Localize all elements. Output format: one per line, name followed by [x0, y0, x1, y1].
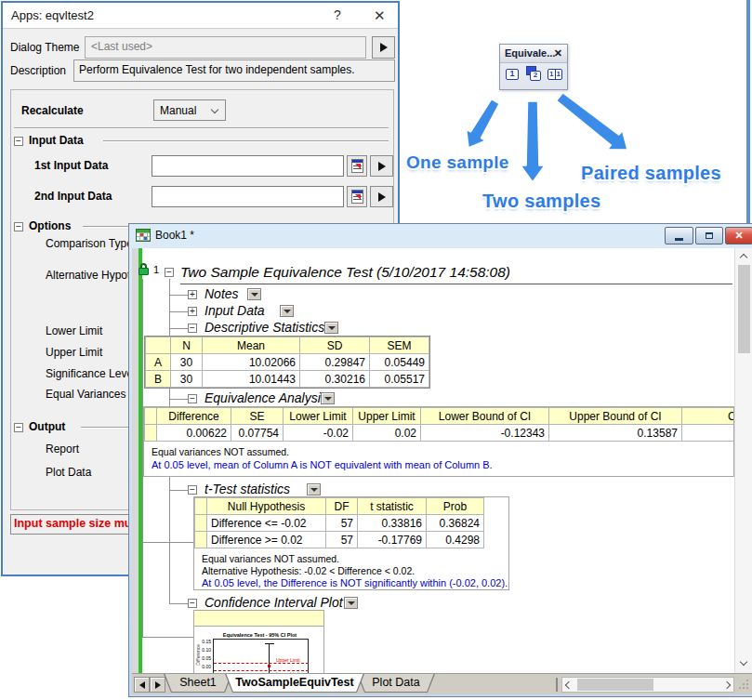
dialog-theme-flyout-button[interactable] [372, 36, 395, 59]
input-data-expand-icon[interactable]: + [188, 307, 197, 316]
input-data-dropdown-button[interactable] [280, 305, 294, 317]
horizontal-scroll-thumb[interactable] [577, 679, 653, 691]
options-collapse-icon[interactable]: − [14, 222, 23, 231]
equiv-conclusion: At 0.05 level, mean of Column A is NOT e… [152, 459, 493, 470]
vertical-scroll-thumb[interactable] [738, 265, 750, 353]
arrow-to-two-samples [521, 101, 545, 182]
notes-expand-icon[interactable]: + [188, 290, 197, 299]
two-samples-button[interactable]: 2 [526, 66, 543, 82]
ttest-note1: Equal variances NOT assumed. [202, 553, 339, 564]
first-input-label: 1st Input Data [34, 159, 108, 172]
table-row: B 30 10.01443 0.30216 0.05517 [146, 371, 429, 388]
one-sample-button[interactable]: 1 [506, 69, 519, 80]
tab-two-sample-equiv-test[interactable]: TwoSampleEquivTest [225, 674, 364, 693]
scroll-left-icon[interactable] [565, 681, 573, 689]
equiv-analysis-block: Difference SE Lower Limit Upper Limit Lo… [143, 406, 734, 477]
table-row: Difference >= 0.02 57 -0.17769 0.4298 [195, 532, 484, 548]
help-icon[interactable]: ? [334, 7, 341, 22]
workbook-icon [136, 229, 151, 242]
scroll-right-icon[interactable] [723, 681, 731, 689]
recalculate-label: Recalculate [21, 104, 84, 117]
description-value: Perform Equivalence Test for two indepen… [73, 59, 395, 82]
first-input-flyout-button[interactable] [370, 155, 393, 177]
close-icon[interactable]: ✕ [374, 7, 386, 24]
row-marker: 1 [153, 264, 159, 275]
tab-sheet1[interactable]: Sheet1 [164, 674, 232, 693]
lock-icon [139, 263, 151, 276]
two-samples-icon-front: 2 [530, 71, 541, 81]
ttest-dropdown-button[interactable] [307, 483, 321, 495]
horizontal-scrollbar[interactable] [561, 677, 734, 693]
resize-grip[interactable] [739, 680, 741, 681]
plot-data-label: Plot Data [46, 466, 91, 479]
tab-plot-data[interactable]: Plot Data [357, 674, 435, 693]
notes-dropdown-button[interactable] [247, 288, 261, 300]
chevron-down-icon [211, 106, 218, 113]
paired-samples-button[interactable]: 1 1 [548, 69, 562, 80]
second-input-flyout-button[interactable] [370, 186, 393, 207]
tab-scroll-right-button[interactable] [150, 677, 165, 693]
ttest-block: Null Hypothesis DF t statistic Prob Diff… [193, 496, 509, 590]
table-row: 0.00622 0.07754 -0.02 0.02 -0.12343 0.13… [145, 425, 735, 442]
origin-workspace: Apps: eqvltest2 ? ✕ Dialog Theme <Last u… [0, 0, 752, 700]
flyout-arrow-icon [378, 192, 386, 202]
flyout-arrow-icon [378, 162, 386, 171]
flyout-arrow-icon [380, 43, 388, 52]
report-collapse-icon[interactable]: − [165, 268, 174, 277]
equivalence-toolbar: Equivale... ✕ 1 2 1 1 [499, 44, 568, 90]
recalculate-value: Manual [160, 104, 196, 117]
desc-stats-collapse-icon[interactable]: − [188, 324, 197, 333]
upper-limit-label: Upper Limit [276, 657, 300, 663]
description-label: Description [10, 64, 66, 77]
report-gutter [132, 248, 139, 673]
alternative-hypothesis-label: Alternative Hypoth [46, 269, 137, 282]
ttest-note2: Alternative Hypothesis: -0.02 < Differen… [202, 565, 415, 576]
desc-stats-dropdown-button[interactable] [324, 322, 338, 334]
red-arrow-icon [355, 164, 361, 169]
ci-plot-title: Equivalence Test - 95% CI Plot [194, 632, 324, 638]
two-samples-callout: Two samples [482, 191, 600, 212]
toolbar-titlebar[interactable]: Equivale... ✕ [500, 45, 567, 63]
ttest-collapse-icon[interactable]: − [188, 485, 197, 495]
equiv-collapse-icon[interactable]: − [188, 394, 197, 403]
scroll-down-icon[interactable] [740, 658, 747, 666]
first-input-field[interactable] [152, 155, 344, 177]
significance-level-label: Significance Level [46, 367, 136, 380]
input-data-label: Input Data [204, 303, 265, 318]
dialog-theme-input[interactable]: <Last used> [85, 36, 366, 59]
ttest-conclusion: At 0.05 level, the Difference is NOT sig… [202, 577, 508, 588]
splitter-handle[interactable] [556, 678, 558, 692]
mean-point [268, 665, 270, 667]
table-row: A 30 10.02066 0.29847 0.05449 [146, 354, 429, 371]
vertical-scrollbar[interactable] [734, 248, 752, 673]
desc-stats-table: N Mean SD SEM A 30 10.02066 0.29847 0.05… [144, 336, 430, 389]
dropdown-icon [348, 601, 355, 605]
output-collapse-icon[interactable]: − [14, 423, 23, 432]
minimize-icon [675, 238, 683, 241]
ci-plot-collapse-icon[interactable]: − [188, 599, 197, 608]
report-sheet: 1 − Two Sample Equivalence Test (5/10/20… [132, 248, 752, 694]
minimize-button[interactable] [665, 227, 693, 244]
equiv-label: Equivalence Analysis [204, 390, 327, 405]
dropdown-icon [328, 326, 336, 330]
input-data-collapse-icon[interactable]: − [14, 137, 23, 146]
scroll-up-icon[interactable] [740, 254, 747, 261]
restore-button[interactable] [695, 227, 723, 244]
second-input-field[interactable] [152, 186, 344, 207]
error-bar-cap [265, 643, 274, 644]
warning-text: Input sample size mus [14, 517, 138, 530]
ci-plot-dropdown-button[interactable] [344, 597, 358, 609]
recalculate-dropdown[interactable]: Manual [153, 99, 226, 121]
dropdown-icon [310, 488, 318, 492]
window-close-icon[interactable]: ✕ [725, 227, 752, 244]
arrow-to-one-sample [467, 99, 500, 149]
left-arrow-icon [139, 681, 145, 689]
tab-scroll-left-button[interactable] [134, 677, 150, 693]
toolbar-close-icon[interactable]: ✕ [554, 47, 562, 59]
one-sample-icon: 1 [506, 69, 519, 80]
dropdown-icon [324, 397, 332, 401]
equiv-dropdown-button[interactable] [321, 392, 335, 404]
first-input-picker-button[interactable] [347, 155, 367, 177]
second-input-picker-button[interactable] [347, 186, 367, 207]
toolbar-title: Equivale... [505, 47, 555, 59]
